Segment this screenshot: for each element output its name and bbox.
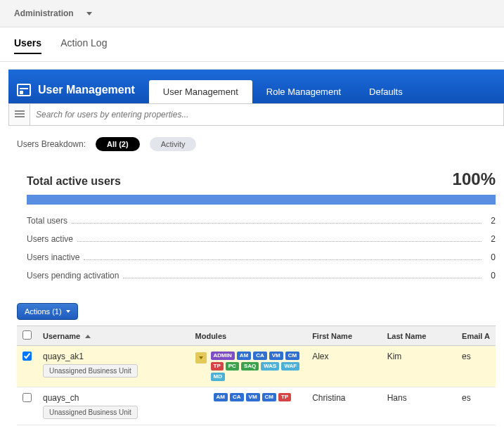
tab-users[interactable]: Users [14, 37, 41, 54]
tab-role-management[interactable]: Role Management [252, 80, 355, 103]
filter-activity[interactable]: Activity [150, 137, 197, 151]
email: es [456, 387, 496, 425]
module-badge: CM [262, 393, 276, 401]
col-last-name[interactable]: Last Name [382, 326, 456, 346]
module-badge: CA [230, 393, 244, 401]
module-badge: WAF [281, 362, 299, 371]
module-badge: SAQ [241, 362, 259, 371]
module-badge: PC [226, 362, 239, 371]
search-input[interactable] [30, 104, 503, 125]
expand-row-button[interactable] [195, 352, 207, 363]
module-badge: MD [211, 373, 225, 381]
col-first-name[interactable]: First Name [306, 326, 382, 346]
select-all-checkbox[interactable] [22, 330, 32, 340]
stat-value: 0 [486, 271, 496, 281]
business-unit-badge[interactable]: Unassigned Business Unit [43, 364, 138, 378]
search-filter-button[interactable] [9, 104, 30, 125]
module-badge: AM [214, 393, 228, 401]
business-unit-badge[interactable]: Unassigned Business Unit [43, 406, 138, 419]
sort-asc-icon [85, 335, 91, 338]
tab-action-log[interactable]: Action Log [60, 37, 107, 53]
actions-button[interactable]: Actions (1) [17, 303, 78, 320]
administration-label: Administration [14, 8, 74, 18]
stat-label: Users pending activation [27, 271, 119, 281]
col-username[interactable]: Username [37, 326, 190, 346]
stats-percent: 100% [453, 169, 496, 189]
stat-value: 2 [486, 216, 496, 226]
module-badge: CA [253, 352, 267, 360]
stat-value: 0 [486, 252, 496, 262]
last-name: Kim [382, 346, 456, 387]
first-name: Alex [306, 346, 382, 387]
stats-title: Total active users [27, 175, 453, 188]
module-badge: TP [211, 362, 224, 371]
first-name: Christina [306, 387, 382, 425]
module-badge: AM [237, 352, 251, 360]
list-icon [15, 110, 25, 119]
row-checkbox[interactable] [22, 352, 32, 361]
administration-dropdown[interactable]: Administration [8, 4, 98, 22]
username: quays_ch [43, 393, 184, 403]
row-checkbox[interactable] [22, 393, 32, 402]
tab-user-management[interactable]: User Management [149, 80, 252, 103]
module-badge: VM [246, 393, 260, 401]
col-modules[interactable]: Modules [190, 326, 307, 346]
table-row[interactable]: quays_ak1Unassigned Business UnitADMINAM… [17, 346, 496, 387]
username: quays_ak1 [43, 352, 184, 361]
email: es [456, 346, 496, 387]
table-row[interactable]: quays_chUnassigned Business UnitAMCAVMCM… [17, 387, 496, 425]
progress-bar [27, 195, 496, 205]
module-badge: VM [269, 352, 283, 360]
stat-label: Users inactive [27, 252, 79, 262]
col-email[interactable]: Email A [456, 326, 496, 346]
module-badge: ADMIN [211, 352, 235, 360]
tab-defaults[interactable]: Defaults [355, 80, 417, 103]
chevron-down-icon [66, 310, 70, 313]
stat-value: 2 [486, 234, 496, 244]
module-badge: CM [285, 352, 299, 360]
stat-label: Total users [27, 216, 67, 226]
page-title: User Management [38, 84, 135, 96]
chevron-down-icon [86, 12, 92, 15]
module-badge: TP [278, 393, 291, 401]
breakdown-label: Users Breakdown: [17, 139, 86, 149]
chevron-down-icon [199, 356, 203, 359]
stat-label: Users active [27, 234, 73, 244]
user-management-icon [17, 84, 31, 96]
last-name: Hans [382, 387, 456, 425]
filter-all[interactable]: All (2) [96, 137, 140, 151]
module-badge: WAS [261, 362, 279, 371]
